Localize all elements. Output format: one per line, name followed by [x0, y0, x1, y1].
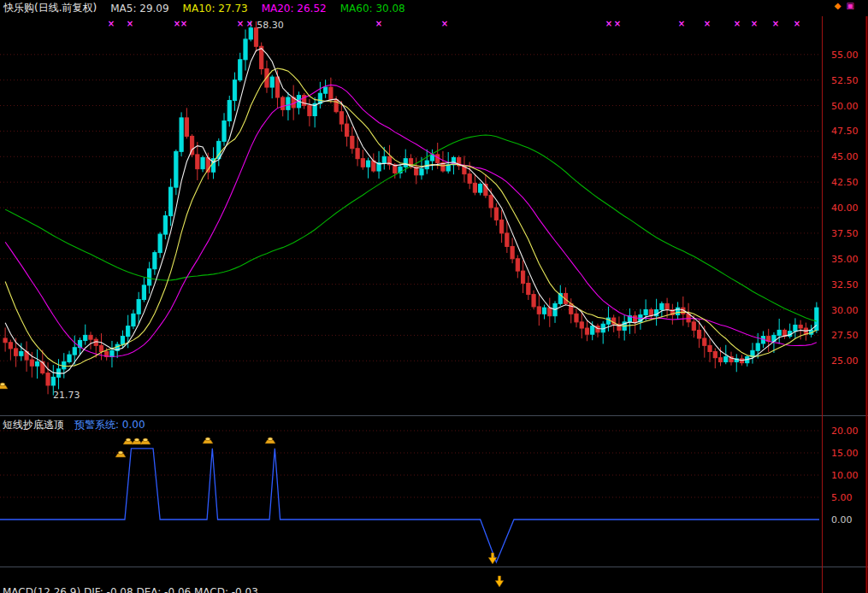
finger-down-icon [488, 553, 497, 564]
svg-text:15.00: 15.00 [831, 448, 859, 459]
svg-text:×: × [772, 19, 779, 28]
svg-text:35.00: 35.00 [831, 254, 859, 265]
svg-text:×: × [704, 19, 711, 28]
alert-system-value: 预警系统: 0.00 [74, 418, 145, 432]
svg-text:×: × [237, 19, 244, 28]
svg-text:52.50: 52.50 [831, 75, 859, 86]
svg-text:×: × [375, 19, 382, 28]
svg-text:×: × [441, 19, 448, 28]
svg-text:×: × [614, 19, 621, 28]
svg-text:21.73: 21.73 [53, 390, 80, 401]
svg-text:30.00: 30.00 [831, 305, 859, 316]
svg-text:×: × [108, 19, 115, 28]
ma10-value-label: MA10: 27.73 [183, 3, 248, 15]
svg-text:58.30: 58.30 [257, 20, 284, 31]
title-bar: 快乐购(日线.前复权) MA5: 29.09 MA10: 27.73 MA20:… [0, 0, 868, 16]
stock-title: 快乐购(日线.前复权) [3, 1, 97, 15]
svg-text:×: × [751, 19, 758, 28]
ma-line-ma10 [5, 68, 817, 366]
macd-row-clipped: MACD(12,26,9) DIF: -0.08 DEA: -0.06 MACD… [3, 586, 258, 593]
axes [823, 0, 867, 593]
indicator-header: 短线抄底逃顶 预警系统: 0.00 [3, 418, 145, 432]
svg-text:45.00: 45.00 [831, 151, 859, 162]
layout-grid-icon[interactable]: ▣ [847, 2, 854, 10]
svg-text:50.00: 50.00 [831, 101, 859, 112]
chart-canvas[interactable]: ××××××××××××××××55.0052.5050.0047.5045.0… [0, 0, 868, 593]
svg-text:55.00: 55.00 [831, 50, 859, 61]
svg-text:×: × [734, 19, 741, 28]
finger-down-icon [495, 576, 504, 587]
indicator-line [0, 449, 819, 562]
titlebar-corner-icons: ◆ ▣ [835, 2, 854, 10]
svg-text:5.00: 5.00 [831, 492, 853, 503]
svg-text:0.00: 0.00 [831, 514, 853, 525]
svg-text:×: × [127, 19, 133, 28]
svg-text:25.00: 25.00 [831, 355, 859, 367]
svg-text:20.00: 20.00 [831, 426, 859, 437]
ma-line-ma20 [5, 85, 817, 356]
svg-text:47.50: 47.50 [831, 126, 859, 137]
svg-text:×: × [180, 19, 187, 28]
svg-text:32.50: 32.50 [831, 279, 859, 291]
svg-text:×: × [678, 19, 685, 28]
svg-text:42.50: 42.50 [831, 177, 859, 188]
panel-separators [0, 416, 868, 567]
svg-text:×: × [246, 19, 253, 28]
alert-diamond-icon[interactable]: ◆ [835, 2, 841, 10]
signal-markers: ×××××××××××××××× [0, 19, 800, 587]
svg-text:×: × [794, 19, 800, 28]
svg-text:10.00: 10.00 [831, 470, 859, 481]
svg-text:27.50: 27.50 [831, 330, 859, 341]
svg-text:40.00: 40.00 [831, 203, 859, 214]
trading-app-window: ××××××××××××××××55.0052.5050.0047.5045.0… [0, 0, 868, 593]
svg-text:37.50: 37.50 [831, 228, 859, 239]
ma20-value-label: MA20: 26.52 [262, 3, 327, 15]
indicator-name-label[interactable]: 短线抄底逃顶 [3, 418, 64, 432]
svg-text:×: × [605, 19, 612, 28]
axis-labels: 55.0052.5050.0047.5045.0042.5040.0037.50… [53, 20, 858, 525]
ma5-value-label: MA5: 29.09 [110, 3, 168, 15]
ma60-value-label: MA60: 30.08 [340, 3, 405, 15]
